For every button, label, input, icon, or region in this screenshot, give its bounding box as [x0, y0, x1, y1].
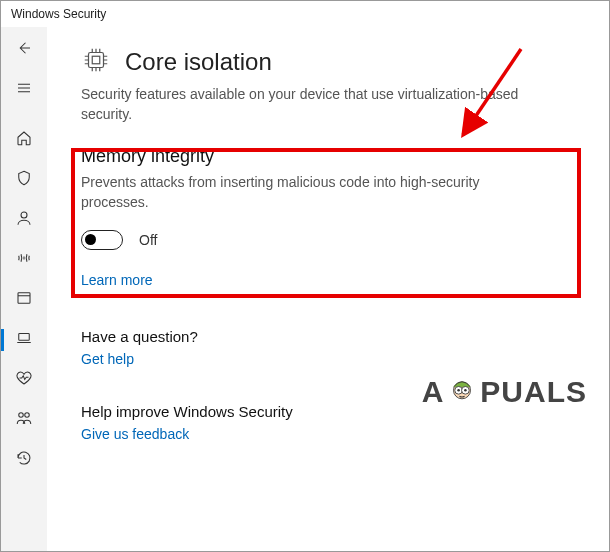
sidebar-item-device-security[interactable]: [4, 321, 44, 359]
feedback-link[interactable]: Give us feedback: [81, 426, 575, 442]
hamburger-icon: [15, 79, 33, 101]
svg-point-3: [19, 413, 24, 418]
get-help-link[interactable]: Get help: [81, 351, 575, 367]
sidebar-item-family[interactable]: [4, 401, 44, 439]
svg-rect-5: [89, 53, 104, 68]
learn-more-link[interactable]: Learn more: [81, 272, 575, 288]
sidebar-item-performance[interactable]: [4, 361, 44, 399]
svg-rect-2: [19, 334, 30, 341]
memory-integrity-description: Prevents attacks from inserting maliciou…: [81, 173, 541, 212]
window-icon: [15, 289, 33, 311]
memory-integrity-heading: Memory integrity: [81, 146, 575, 167]
heart-icon: [15, 369, 33, 391]
window-title: Windows Security: [1, 1, 609, 27]
sidebar-item-virus[interactable]: [4, 161, 44, 199]
page-subtitle: Security features available on your devi…: [81, 85, 561, 124]
signal-icon: [15, 249, 33, 271]
arrow-left-icon: [15, 39, 33, 61]
back-button[interactable]: [4, 31, 44, 69]
menu-button[interactable]: [4, 71, 44, 109]
svg-rect-6: [92, 56, 100, 64]
question-heading: Have a question?: [81, 328, 575, 345]
memory-integrity-toggle[interactable]: [81, 230, 123, 250]
svg-point-0: [21, 212, 27, 218]
sidebar-item-history[interactable]: [4, 441, 44, 479]
svg-point-4: [25, 413, 30, 418]
question-section: Have a question? Get help: [81, 328, 575, 367]
chip-icon: [81, 45, 111, 79]
family-icon: [15, 409, 33, 431]
sidebar-item-firewall[interactable]: [4, 241, 44, 279]
person-icon: [15, 209, 33, 231]
sidebar-item-app-browser[interactable]: [4, 281, 44, 319]
page-title: Core isolation: [125, 48, 272, 76]
laptop-icon: [15, 329, 33, 351]
svg-rect-1: [18, 293, 30, 304]
feedback-section: Help improve Windows Security Give us fe…: [81, 403, 575, 442]
memory-integrity-section: Memory integrity Prevents attacks from i…: [81, 146, 575, 288]
shield-icon: [15, 169, 33, 191]
history-icon: [15, 449, 33, 471]
toggle-state-label: Off: [139, 232, 157, 248]
sidebar-item-home[interactable]: [4, 121, 44, 159]
home-icon: [15, 129, 33, 151]
sidebar-item-account[interactable]: [4, 201, 44, 239]
main-content: Core isolation Security features availab…: [47, 27, 609, 551]
sidebar: [1, 27, 47, 551]
feedback-heading: Help improve Windows Security: [81, 403, 575, 420]
